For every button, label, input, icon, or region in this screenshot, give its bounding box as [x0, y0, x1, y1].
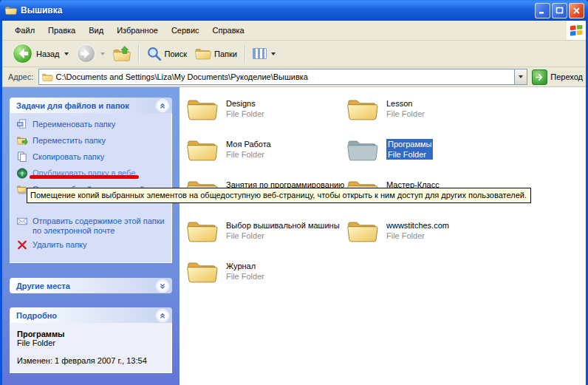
- folder-item-wwwstitches[interactable]: wwwstitches.comFile Folder: [346, 218, 506, 259]
- chevron-up-icon: [158, 311, 167, 320]
- task-rename-folder[interactable]: Переименовать папку: [16, 119, 167, 132]
- chevron-up-icon: [158, 101, 167, 110]
- folder-name: Lesson: [386, 98, 425, 109]
- menu-favorites[interactable]: Избранное: [110, 23, 165, 38]
- back-icon: [12, 43, 33, 64]
- folder-item-vybor-mashiny[interactable]: Выбор вышивальной машиныFile Folder: [185, 218, 346, 259]
- folder-type: File Folder: [386, 231, 449, 241]
- collapse-button[interactable]: [156, 309, 169, 322]
- folder-icon: [4, 5, 17, 16]
- window-title: Вышивка: [21, 5, 533, 16]
- rename-icon: [16, 119, 28, 130]
- folder-name: Журнал: [226, 261, 264, 271]
- toolbar-separator: [138, 44, 139, 64]
- folder-item-programmy-selected[interactable]: ПрограммыFile Folder: [346, 137, 506, 177]
- folder-icon: [41, 72, 53, 82]
- tooltip: Помещение копий выбранных элементов на о…: [27, 188, 531, 203]
- folder-name: Моя Работа: [226, 139, 271, 149]
- task-copy-folder[interactable]: Скопировать папку: [16, 151, 167, 164]
- forward-icon: [76, 44, 96, 64]
- titlebar: Вышивка: [0, 0, 588, 21]
- forward-button[interactable]: [72, 42, 109, 65]
- minimize-icon: [539, 7, 547, 15]
- address-input[interactable]: C:\Documents and Settings\Liza\My Docume…: [38, 69, 528, 85]
- forward-dropdown-icon[interactable]: [100, 52, 105, 55]
- minimize-button[interactable]: [535, 3, 550, 18]
- folder-item-zhurnal[interactable]: ЖурналFile Folder: [185, 259, 346, 299]
- folder-name: Программы: [388, 139, 431, 149]
- menu-edit[interactable]: Правка: [41, 23, 82, 38]
- folder-icon: [185, 137, 218, 163]
- go-arrow-icon: [535, 72, 544, 82]
- views-dropdown-icon[interactable]: [271, 52, 276, 55]
- panel-other-places: Другие места: [10, 278, 172, 293]
- details-item-type: File Folder: [17, 338, 165, 347]
- panel-details: Подробно Программы File Folder Изменен: …: [10, 307, 172, 373]
- details-modified: Изменен: 1 февраля 2007 г., 13:54: [17, 356, 165, 365]
- folder-item-lesson[interactable]: LessonFile Folder: [346, 96, 506, 137]
- folder-type: File Folder: [226, 231, 340, 241]
- close-icon: [572, 7, 581, 15]
- folder-icon: [346, 137, 378, 163]
- file-list-area: DesignsFile Folder LessonFile Folder Моя…: [180, 87, 586, 385]
- panel-file-tasks: Задачи для файлов и папок: [10, 98, 172, 263]
- task-pane: Задачи для файлов и папок: [2, 87, 180, 385]
- maximize-button[interactable]: [552, 3, 567, 18]
- folder-type: File Folder: [226, 271, 264, 282]
- chevron-down-icon: [158, 282, 167, 290]
- other-places-header[interactable]: Другие места: [10, 278, 172, 293]
- folder-item-moya-rabota[interactable]: Моя РаботаFile Folder: [185, 137, 346, 177]
- views-icon: [253, 48, 267, 59]
- folder-type: File Folder: [388, 149, 431, 160]
- address-label: Адрес:: [8, 72, 34, 81]
- back-button[interactable]: Назад: [8, 41, 72, 66]
- views-button[interactable]: [249, 47, 279, 61]
- folder-name: wwwstitches.com: [386, 220, 449, 231]
- folder-name: Designs: [226, 98, 264, 109]
- addressbar: Адрес: C:\Documents and Settings\Liza\My…: [2, 67, 586, 87]
- task-delete-folder[interactable]: Удалить папку: [16, 239, 167, 252]
- folder-type: File Folder: [226, 149, 271, 160]
- windows-logo: [567, 21, 586, 40]
- folder-type: File Folder: [386, 109, 425, 119]
- folder-up-icon: [112, 45, 131, 63]
- details-header[interactable]: Подробно: [10, 307, 172, 323]
- maximize-icon: [555, 7, 564, 15]
- task-email-folder[interactable]: Отправить содержимое этой папки по элект…: [16, 216, 167, 236]
- address-path: C:\Documents and Settings\Liza\My Docume…: [53, 72, 515, 81]
- collapse-button[interactable]: [156, 99, 169, 112]
- file-tasks-header[interactable]: Задачи для файлов и папок: [10, 98, 172, 113]
- task-move-folder[interactable]: Переместить папку: [16, 135, 167, 148]
- menu-help[interactable]: Справка: [206, 23, 251, 38]
- folder-icon: [346, 218, 378, 244]
- folders-icon: [194, 47, 211, 61]
- go-button[interactable]: [532, 69, 547, 85]
- details-item-name: Программы: [17, 330, 165, 338]
- up-button[interactable]: [109, 44, 134, 64]
- copy-folder-icon: [16, 151, 28, 163]
- folder-item-designs[interactable]: DesignsFile Folder: [185, 96, 346, 137]
- search-icon: [146, 46, 162, 61]
- menubar: Файл Правка Вид Избранное Сервис Справка: [2, 21, 586, 41]
- folders-button[interactable]: Папки: [191, 45, 241, 62]
- move-folder-icon: [16, 135, 28, 146]
- search-button[interactable]: Поиск: [143, 44, 191, 63]
- address-dropdown-button[interactable]: [514, 69, 527, 84]
- delete-icon: [16, 239, 28, 251]
- explorer-window: Вышивка Файл Правка Вид Избранное Сервис…: [0, 0, 588, 385]
- menu-tools[interactable]: Сервис: [165, 23, 206, 38]
- folder-icon: [185, 259, 218, 285]
- folder-name: Выбор вышивальной машины: [226, 220, 340, 231]
- menu-file[interactable]: Файл: [8, 23, 41, 38]
- folder-icon: [346, 96, 378, 122]
- publish-web-icon: [16, 168, 28, 179]
- back-dropdown-icon[interactable]: [64, 52, 69, 55]
- close-button[interactable]: [569, 3, 584, 18]
- email-icon: [16, 216, 28, 227]
- menu-view[interactable]: Вид: [82, 23, 110, 38]
- folder-icon: [185, 218, 218, 244]
- go-label: Переход: [550, 72, 583, 81]
- expand-button[interactable]: [156, 279, 169, 293]
- toolbar: Назад Поиск: [2, 41, 586, 67]
- chevron-down-icon: [519, 75, 523, 78]
